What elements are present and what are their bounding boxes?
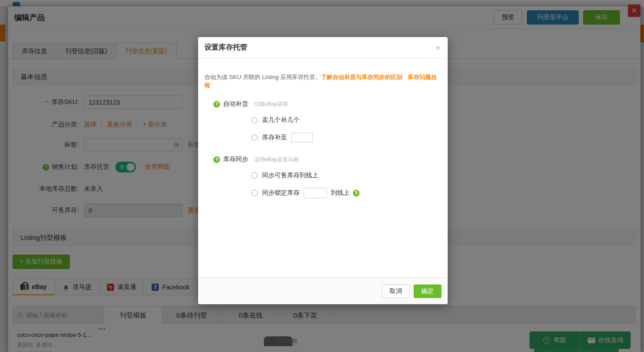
auto-replenish-section: 自动补货 仅限eBay适用	[204, 100, 441, 108]
modal-footer: 取消 确定	[198, 277, 448, 304]
auto-replenish-label: 自动补货	[223, 100, 248, 108]
sync-locked-input[interactable]	[304, 188, 327, 198]
radio-sync-sellable[interactable]	[251, 172, 258, 179]
confirm-button[interactable]: 确定	[414, 285, 441, 298]
inventory-hosting-modal: 设置库存托管 × 自动为该 SKU 关联的 Listing 应用库存托管。了解自…	[198, 37, 448, 304]
stock-sync-section: 库存同步 适用eBay及亚马逊	[204, 155, 441, 163]
option-replenish-to: 库存补至	[251, 132, 441, 143]
modal-body: 自动为该 SKU 关联的 Listing 应用库存托管。了解自动补货与库存同步的…	[198, 59, 448, 277]
stock-sync-label: 库存同步	[223, 155, 248, 163]
learn-difference-link[interactable]: 了解自动补货与库存同步的区别	[321, 74, 402, 80]
option-replenish-sold: 卖几个补几个	[251, 115, 441, 126]
auto-replenish-hint: 仅限eBay适用	[254, 101, 288, 108]
modal-title: 设置库存托管	[204, 43, 247, 52]
option-sync-sellable: 同步可售库存到线上	[251, 170, 441, 181]
radio-replenish-sold[interactable]	[251, 117, 258, 123]
modal-header: 设置库存托管 ×	[198, 37, 448, 59]
cancel-button[interactable]: 取消	[382, 285, 410, 298]
stock-sync-hint: 适用eBay及亚马逊	[254, 156, 298, 163]
modal-intro: 自动为该 SKU 关联的 Listing 应用库存托管。了解自动补货与库存同步的…	[204, 73, 441, 89]
help-icon[interactable]	[213, 156, 220, 163]
help-icon[interactable]	[353, 190, 360, 197]
option-sync-locked: 同步锁定库存 到线上	[251, 188, 441, 198]
radio-sync-locked[interactable]	[251, 190, 258, 196]
radio-replenish-to[interactable]	[251, 134, 258, 141]
modal-close-icon[interactable]: ×	[435, 43, 441, 52]
replenish-to-input[interactable]	[291, 133, 313, 142]
help-icon[interactable]	[213, 101, 220, 108]
